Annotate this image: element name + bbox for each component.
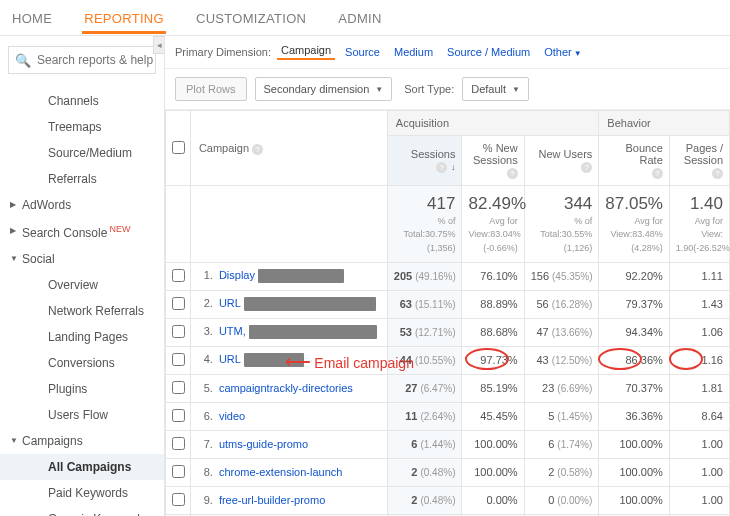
row-checkbox[interactable]: [172, 297, 185, 310]
cell-new-sessions: 97.73%: [462, 346, 524, 374]
primary-dimension-row: Primary Dimension: Campaign Source Mediu…: [165, 36, 730, 69]
cell-new-users: 0: [548, 494, 554, 506]
help-icon[interactable]: ?: [436, 162, 447, 173]
summary-newsess: 82.49%: [468, 194, 526, 213]
campaign-link[interactable]: UTM,: [219, 325, 246, 337]
nav-conversions[interactable]: Conversions: [0, 350, 164, 376]
col-new-users[interactable]: New Users?: [524, 136, 599, 186]
pd-source-medium[interactable]: Source / Medium: [443, 46, 534, 58]
row-checkbox[interactable]: [172, 493, 185, 506]
campaign-link[interactable]: free-url-builder-promo: [219, 494, 325, 506]
col-campaign[interactable]: Campaign?: [190, 111, 387, 186]
campaign-link[interactable]: video: [219, 410, 245, 422]
cell-new-users: 56: [537, 298, 549, 310]
nav-channels[interactable]: Channels: [0, 88, 164, 114]
help-icon[interactable]: ?: [652, 168, 663, 179]
row-checkbox[interactable]: [172, 325, 185, 338]
cell-sessions-pct: (6.47%): [420, 383, 455, 394]
nav-plugins[interactable]: Plugins: [0, 376, 164, 402]
nav-overview[interactable]: Overview: [0, 272, 164, 298]
secondary-dimension-select[interactable]: Secondary dimension▼: [255, 77, 393, 101]
campaign-link[interactable]: chrome-extension-launch: [219, 466, 343, 478]
campaign-link[interactable]: URL: [219, 297, 241, 309]
cell-sessions: 27: [405, 382, 417, 394]
pd-campaign[interactable]: Campaign: [277, 44, 335, 60]
row-checkbox[interactable]: [172, 437, 185, 450]
col-sessions[interactable]: Sessions?↓: [387, 136, 462, 186]
row-checkbox[interactable]: [172, 381, 185, 394]
nav-all-campaigns[interactable]: All Campaigns: [0, 454, 164, 480]
row-checkbox[interactable]: [172, 465, 185, 478]
cell-sessions-pct: (0.48%): [420, 495, 455, 506]
nav-organic-keywords[interactable]: Organic Keywords: [0, 506, 164, 516]
pd-medium[interactable]: Medium: [390, 46, 437, 58]
row-number: 2.: [197, 297, 213, 309]
tab-home[interactable]: HOME: [10, 1, 54, 34]
table-scroll[interactable]: Campaign? Acquisition Behavior Sessions?…: [165, 110, 730, 516]
nav-campaigns[interactable]: ▼Campaigns: [0, 428, 164, 454]
tab-customization[interactable]: CUSTOMIZATION: [194, 1, 308, 34]
cell-new-users: 47: [537, 326, 549, 338]
nav-paid-keywords[interactable]: Paid Keywords: [0, 480, 164, 506]
cell-pages: 1.11: [669, 262, 729, 290]
table-row: 3.UTM, 53(12.71%) 88.68% 47(13.66%) 94.3…: [166, 318, 730, 346]
row-checkbox[interactable]: [172, 269, 185, 282]
cell-sessions: 2: [411, 494, 417, 506]
cell-pages: 1.43: [669, 290, 729, 318]
primary-dimension-label: Primary Dimension:: [175, 46, 271, 58]
pd-other[interactable]: Other▼: [540, 46, 585, 58]
row-number: 1.: [197, 269, 213, 281]
plot-rows-button[interactable]: Plot Rows: [175, 77, 247, 101]
cell-new-users-pct: (6.69%): [557, 383, 592, 394]
nav-search-console[interactable]: ▶Search ConsoleNEW: [0, 218, 164, 246]
campaign-link[interactable]: campaigntrackly-directories: [219, 382, 353, 394]
sort-type-select[interactable]: Default▼: [462, 77, 529, 101]
content-pane: Primary Dimension: Campaign Source Mediu…: [165, 36, 730, 516]
col-bounce-rate[interactable]: Bounce Rate?: [599, 136, 669, 186]
campaign-link[interactable]: utms-guide-promo: [219, 438, 308, 450]
sort-type-label: Sort Type:: [404, 83, 454, 95]
nav-referrals[interactable]: Referrals: [0, 166, 164, 192]
nav-social[interactable]: ▼Social: [0, 246, 164, 272]
row-checkbox[interactable]: [172, 409, 185, 422]
help-icon[interactable]: ?: [712, 168, 723, 179]
col-new-sessions[interactable]: % New Sessions?: [462, 136, 524, 186]
cell-sessions-pct: (10.55%): [415, 355, 456, 366]
cell-pages: 1.16: [669, 346, 729, 374]
table-row: 4.URL 44(10.55%) 97.73% 43(12.50%) 86.36…: [166, 346, 730, 374]
nav-network-referrals[interactable]: Network Referrals: [0, 298, 164, 324]
nav-landing-pages[interactable]: Landing Pages: [0, 324, 164, 350]
chevron-down-icon: ▼: [375, 85, 383, 94]
cell-sessions: 6: [411, 438, 417, 450]
summary-sessions-m2: 30.75%: [425, 229, 456, 239]
campaign-link[interactable]: Display: [219, 269, 255, 281]
controls-row: Plot Rows Secondary dimension▼ Sort Type…: [165, 69, 730, 110]
summary-sessions-m3: (1,356): [427, 243, 456, 253]
row-number: 5.: [197, 382, 213, 394]
nav-users-flow[interactable]: Users Flow: [0, 402, 164, 428]
summary-pages: 1.40: [690, 194, 723, 213]
row-checkbox[interactable]: [172, 353, 185, 366]
tab-admin[interactable]: ADMIN: [336, 1, 383, 34]
campaign-link[interactable]: URL: [219, 353, 241, 365]
tab-reporting[interactable]: REPORTING: [82, 1, 166, 34]
help-icon[interactable]: ?: [507, 168, 518, 179]
select-all-checkbox[interactable]: [172, 141, 185, 154]
sort-type-value: Default: [471, 83, 506, 95]
nav-adwords[interactable]: ▶AdWords: [0, 192, 164, 218]
help-icon[interactable]: ?: [581, 162, 592, 173]
row-number: 4.: [197, 353, 213, 365]
search-box[interactable]: 🔍: [8, 46, 156, 74]
pd-source[interactable]: Source: [341, 46, 384, 58]
help-icon[interactable]: ?: [252, 144, 263, 155]
cell-pages: 1.00: [669, 458, 729, 486]
nav-source-medium[interactable]: Source/Medium: [0, 140, 164, 166]
nav-treemaps[interactable]: Treemaps: [0, 114, 164, 140]
cell-bounce: 100.00%: [599, 458, 669, 486]
nav-adwords-label: AdWords: [22, 198, 71, 212]
search-input[interactable]: [37, 53, 165, 67]
cell-new-users: 156: [531, 270, 549, 282]
cell-new-users-pct: (12.50%): [552, 355, 593, 366]
col-pages-session[interactable]: Pages / Session?: [669, 136, 729, 186]
sidebar-collapse-icon[interactable]: ◂: [153, 36, 165, 54]
